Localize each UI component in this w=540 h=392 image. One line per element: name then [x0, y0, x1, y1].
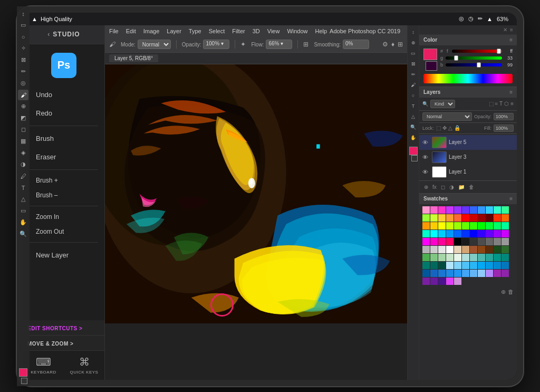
swatch-item[interactable]	[470, 222, 477, 230]
flow-value[interactable]: 66% ▾	[266, 40, 292, 49]
studio-collapse-icon[interactable]: ‹	[47, 31, 50, 38]
swatch-item[interactable]	[478, 246, 485, 253]
swatch-item[interactable]	[422, 262, 430, 269]
eraser-button[interactable]: Eraser	[27, 148, 100, 166]
toolbar-settings-icon[interactable]: ⚙	[382, 41, 388, 48]
swatch-item[interactable]	[486, 214, 493, 222]
mid-tool-10[interactable]: ✋	[409, 133, 418, 142]
swatch-add-button[interactable]: ⊕	[501, 289, 506, 295]
channel-r-bar[interactable]	[452, 50, 502, 53]
mid-tool-8[interactable]: △	[409, 112, 418, 121]
swatch-item[interactable]	[446, 262, 454, 269]
mid-tool-6[interactable]: ○	[409, 91, 418, 100]
swatch-item[interactable]	[486, 246, 493, 253]
swatch-item[interactable]	[454, 222, 461, 230]
swatch-item[interactable]	[502, 262, 509, 269]
quick-keys-button[interactable]: ⌘ QUICK KEYS	[64, 352, 104, 378]
menu-image[interactable]: Image	[143, 28, 160, 34]
swatch-item[interactable]	[486, 222, 493, 230]
swatch-item[interactable]	[478, 214, 485, 222]
panels-close-button[interactable]: ✕	[502, 26, 508, 33]
swatch-item[interactable]	[486, 254, 493, 261]
swatch-item[interactable]	[446, 246, 454, 253]
swatch-item[interactable]	[502, 270, 509, 277]
swatch-item[interactable]	[470, 262, 477, 269]
menu-edit[interactable]: Edit	[126, 28, 136, 34]
layer-group-button[interactable]: 📁	[457, 183, 466, 191]
swatch-item[interactable]	[454, 206, 461, 214]
swatch-item[interactable]	[454, 270, 461, 277]
swatch-item[interactable]	[454, 254, 461, 261]
swatch-item[interactable]	[486, 270, 493, 277]
swatch-item[interactable]	[446, 230, 454, 237]
edit-shortcuts-bar[interactable]: EDIT SHORTCUTS >	[23, 320, 104, 335]
swatch-item[interactable]	[494, 254, 501, 261]
swatch-item[interactable]	[438, 222, 446, 230]
swatch-item[interactable]	[494, 246, 501, 253]
layer-adjustment-button[interactable]: ◑	[448, 183, 456, 191]
swatch-item[interactable]	[438, 278, 446, 285]
swatch-item[interactable]	[478, 270, 485, 277]
menu-window[interactable]: Window	[287, 28, 307, 34]
swatch-item[interactable]	[422, 238, 430, 245]
blend-mode-select[interactable]: Normal	[422, 112, 472, 121]
layer-fx-button[interactable]: fx	[431, 183, 438, 191]
toolbar-extra-icon[interactable]: ⊞	[398, 41, 403, 48]
swatch-item[interactable]	[470, 270, 477, 277]
mid-tool-4[interactable]: ✏	[409, 70, 418, 79]
layer-3-eye[interactable]: 👁	[422, 154, 430, 160]
swatch-delete-button[interactable]: 🗑	[508, 289, 514, 295]
swatch-item[interactable]	[470, 246, 477, 253]
redo-button[interactable]: Redo	[27, 104, 100, 122]
layer-item-5[interactable]: 👁 Layer 5	[419, 135, 517, 150]
filter-adjustment-icon[interactable]: ≈	[495, 101, 498, 107]
swatch-item[interactable]	[486, 230, 493, 237]
opacity-panel-value[interactable]: 100%	[494, 113, 514, 120]
swatch-item[interactable]	[430, 262, 438, 269]
swatch-item[interactable]	[430, 206, 438, 214]
color-spectrum[interactable]	[423, 74, 513, 83]
layers-panel-menu-icon[interactable]: ≡	[509, 89, 513, 95]
swatch-item[interactable]	[454, 246, 461, 253]
mid-tool-2[interactable]: ▭	[409, 49, 418, 58]
swatch-item[interactable]	[446, 206, 454, 214]
menu-select[interactable]: Select	[209, 28, 225, 34]
panels-menu-button[interactable]: ≡	[508, 26, 515, 33]
new-layer-button[interactable]: New Layer	[27, 246, 100, 264]
lock-artboard-icon[interactable]: △	[448, 125, 452, 131]
menu-3d[interactable]: 3D	[253, 28, 260, 34]
swatch-item[interactable]	[494, 214, 501, 222]
swatch-item[interactable]	[446, 270, 454, 277]
layer-link-button[interactable]: ⊕	[422, 183, 430, 191]
swatch-item[interactable]	[438, 238, 446, 245]
swatch-item[interactable]	[470, 214, 477, 222]
brush-plus-button[interactable]: Brush +	[27, 174, 100, 187]
swatch-item[interactable]	[430, 230, 438, 237]
undo-button[interactable]: Undo	[27, 86, 100, 103]
toolbar-symmetry-icon[interactable]: ♦	[391, 41, 394, 48]
swatch-item[interactable]	[494, 222, 501, 230]
opacity-value[interactable]: 100% ▾	[203, 40, 229, 49]
swatch-item[interactable]	[462, 206, 469, 214]
swatch-item[interactable]	[438, 230, 446, 237]
swatch-item[interactable]	[462, 214, 469, 222]
filter-text-icon[interactable]: T	[499, 101, 503, 107]
swatch-item[interactable]	[478, 254, 485, 261]
swatches-panel-menu-icon[interactable]: ≡	[509, 196, 513, 202]
swatch-item[interactable]	[494, 262, 501, 269]
swatch-item[interactable]	[438, 206, 446, 214]
zoom-out-button[interactable]: Zoom Out	[27, 225, 100, 238]
color-swatch-fg[interactable]	[423, 49, 437, 60]
mid-tool-9[interactable]: 🔍	[409, 122, 418, 132]
swatch-item[interactable]	[478, 262, 485, 269]
mid-tool-3[interactable]: ⊠	[409, 59, 418, 69]
swatch-item[interactable]	[446, 214, 454, 222]
filter-pixel-icon[interactable]: ⬚	[489, 101, 494, 107]
swatch-item[interactable]	[454, 230, 461, 237]
painting-canvas[interactable]	[105, 64, 407, 380]
swatch-item[interactable]	[430, 254, 438, 261]
swatch-item[interactable]	[422, 270, 430, 277]
lock-paint-icon[interactable]: ✥	[442, 125, 447, 131]
lock-all-icon[interactable]: 🔒	[454, 125, 460, 131]
menu-type[interactable]: Type	[189, 28, 201, 34]
